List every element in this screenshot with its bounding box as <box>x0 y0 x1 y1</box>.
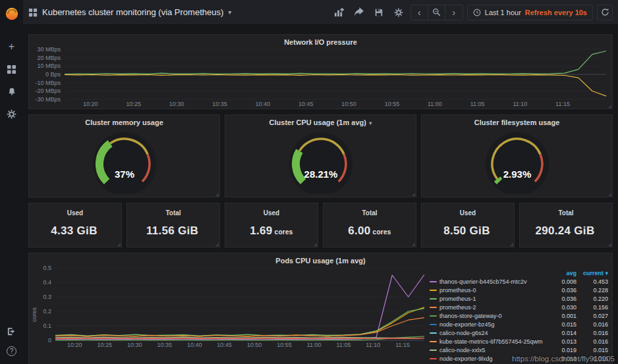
series-name[interactable]: thanos-store-gateway-0 <box>439 313 550 319</box>
pods-chart[interactable] <box>55 267 424 341</box>
plus-glyph: + <box>9 41 14 52</box>
stat-value: 1.69cores <box>225 224 318 238</box>
axis-tick: 10:30 <box>169 101 184 107</box>
series-color-swatch[interactable] <box>430 358 437 359</box>
time-range-button[interactable]: Last 1 hour Refresh every 10s <box>467 5 593 20</box>
memory-gauge: 37% <box>62 126 187 194</box>
legend-row[interactable]: prometheus-20.0300.156 <box>430 303 608 311</box>
series-name[interactable]: prometheus-1 <box>439 296 550 302</box>
series-color-swatch[interactable] <box>430 332 437 334</box>
series-name[interactable]: calico-node-g6s24 <box>439 330 550 336</box>
zoom-out-button[interactable] <box>428 5 445 20</box>
y-axis-label: cores <box>31 307 38 322</box>
panel-title[interactable]: Network I/O pressure <box>29 35 612 47</box>
axis-tick: 0.1 <box>43 323 51 329</box>
series-color-swatch[interactable] <box>430 307 437 308</box>
series-current: 0.220 <box>576 296 608 302</box>
refresh-interval-label: Refresh every 10s <box>525 9 587 16</box>
series-current: 0.016 <box>576 321 608 328</box>
series-legend: avg current ▾ thanos-querier-b445cb754-m… <box>430 267 608 363</box>
axis-tick: 11:10 <box>513 101 527 107</box>
legend-sort-avg[interactable]: avg <box>550 270 576 276</box>
time-back-button[interactable]: ‹ <box>411 5 428 20</box>
alerting-bell-icon[interactable] <box>6 86 18 97</box>
series-name[interactable]: thanos-querier-b445cb754-mtc2v <box>439 278 550 285</box>
title-caret-down-icon[interactable]: ▾ <box>228 9 231 16</box>
stat-value: 4.33 GiB <box>29 224 121 238</box>
panel-menu-caret-icon[interactable]: ▾ <box>369 120 372 126</box>
series-avg: 0.008 <box>550 278 576 285</box>
legend-row[interactable]: prometheus-00.0360.228 <box>430 286 608 294</box>
help-icon[interactable]: ? <box>7 346 16 356</box>
time-forward-button[interactable]: › <box>445 5 463 20</box>
axis-tick: 10:30 <box>127 342 142 348</box>
pods-cpu-panel: Pods CPU usage (1m avg) cores 0.50.40.30… <box>28 253 613 364</box>
series-color-swatch[interactable] <box>430 341 437 342</box>
legend-row[interactable]: kube-state-metrics-6f7b557454-25qwm0.013… <box>430 337 608 346</box>
axis-tick: 11:05 <box>470 101 485 107</box>
grafana-logo[interactable] <box>5 7 19 21</box>
svg-text:28.21%: 28.21% <box>304 169 337 180</box>
legend-row[interactable]: thanos-querier-b445cb754-mtc2v0.0080.453 <box>430 277 608 286</box>
legend-row[interactable]: calico-node-xxlx50.0190.015 <box>430 346 608 354</box>
series-avg: 0.030 <box>550 304 576 311</box>
axis-tick: 10:50 <box>247 342 262 348</box>
legend-row[interactable]: calico-node-g6s240.0140.016 <box>430 328 608 337</box>
dashboards-icon[interactable] <box>6 63 18 75</box>
stat-value: 290.24 GiB <box>520 224 612 238</box>
series-color-swatch[interactable] <box>430 290 437 291</box>
axis-tick: 10:25 <box>126 101 141 107</box>
series-color-swatch[interactable] <box>430 350 437 351</box>
axis-tick: 10:35 <box>212 101 227 107</box>
axis-tick: 11:00 <box>428 101 442 107</box>
axis-tick: 10:55 <box>385 101 400 107</box>
share-icon <box>354 7 364 17</box>
axis-tick: 10:50 <box>341 101 356 107</box>
settings-button[interactable] <box>391 5 407 20</box>
cpu-used-panel: Used 1.69cores <box>225 203 318 247</box>
series-name[interactable]: prometheus-0 <box>439 287 550 294</box>
share-button[interactable] <box>351 5 367 20</box>
axis-tick: -20 MBps <box>35 88 61 94</box>
sidebar-bottom: ? <box>6 325 18 356</box>
series-color-swatch[interactable] <box>430 281 437 282</box>
network-chart[interactable] <box>65 49 606 100</box>
axis-tick: 10:45 <box>217 342 232 348</box>
series-color-swatch[interactable] <box>430 315 437 317</box>
legend-sort-current[interactable]: current ▾ <box>576 270 608 276</box>
series-color-swatch[interactable] <box>430 324 437 325</box>
series-name[interactable]: calico-node-xxlx5 <box>439 347 550 353</box>
dashboard-title[interactable]: Kubernetes cluster monitoring (via Prome… <box>42 7 223 17</box>
axis-tick: 10:20 <box>67 342 82 348</box>
legend-row[interactable]: node-exporter-bz45g0.0150.016 <box>430 320 608 328</box>
refresh-icon <box>601 8 609 16</box>
axis-tick: 10:20 <box>83 101 98 107</box>
axis-tick: 10:55 <box>277 342 292 348</box>
time-range-label: Last 1 hour <box>485 9 521 16</box>
axis-tick: 10:25 <box>97 342 112 348</box>
legend-header: avg current ▾ <box>430 269 608 277</box>
configuration-gear-icon[interactable] <box>6 108 18 120</box>
series-name[interactable]: prometheus-2 <box>439 304 550 311</box>
save-button[interactable] <box>371 5 387 20</box>
clock-icon <box>473 9 481 16</box>
series-name[interactable]: node-exporter-bz45g <box>439 321 550 328</box>
panel-title[interactable]: Pods CPU usage (1m avg) <box>29 253 612 266</box>
axis-tick: 20 MBps <box>37 55 61 61</box>
refresh-button[interactable] <box>597 5 613 20</box>
sign-in-icon[interactable] <box>6 325 18 337</box>
legend-row[interactable]: prometheus-10.0360.220 <box>430 294 608 303</box>
series-color-swatch[interactable] <box>430 298 437 299</box>
axis-tick: 30 MBps <box>37 46 61 53</box>
series-current: 0.156 <box>576 304 608 311</box>
create-plus-icon[interactable]: + <box>6 41 18 53</box>
cluster-memory-gauge-panel: Cluster memory usage 37% <box>28 115 220 197</box>
stat-row: Used 4.33 GiB Total 11.56 GiB Used 1.69c… <box>28 203 613 247</box>
axis-tick: 0.4 <box>43 279 51 286</box>
legend-row[interactable]: thanos-store-gateway-00.0010.027 <box>430 311 608 320</box>
stat-label: Used <box>422 209 514 217</box>
network-y-axis: 30 MBps20 MBps10 MBps0 Bps-10 MBps-20 MB… <box>32 46 65 103</box>
add-panel-button[interactable] <box>331 5 347 20</box>
axis-tick: -10 MBps <box>35 80 61 86</box>
series-name[interactable]: kube-state-metrics-6f7b557454-25qwm <box>439 338 550 345</box>
